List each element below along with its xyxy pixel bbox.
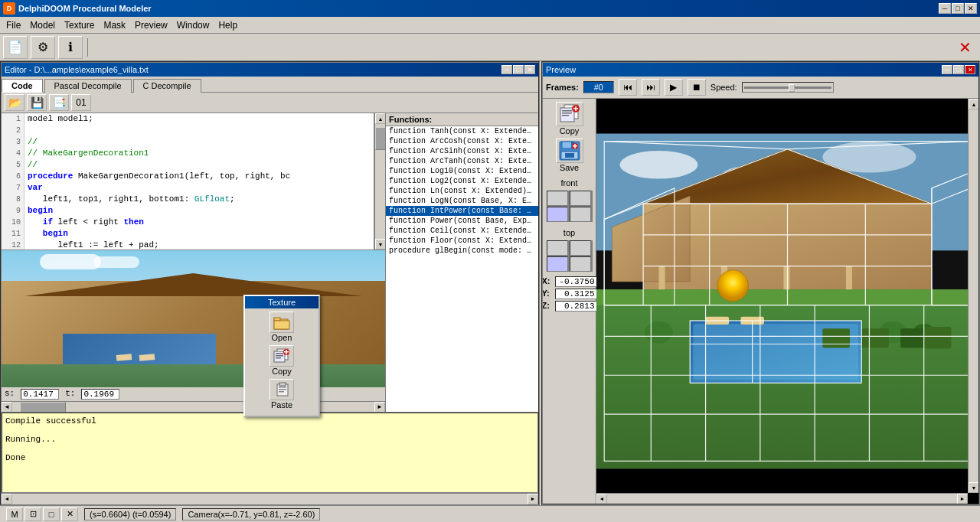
texture-paste-action[interactable]: Paste	[248, 379, 315, 409]
editor-open-button[interactable]: 📂	[5, 94, 24, 111]
vscroll-thumb[interactable]	[375, 127, 385, 150]
func-item-floor[interactable]: function Floor(const X: Extended): Integ…	[386, 236, 538, 246]
menu-file[interactable]: File	[2, 18, 25, 32]
frame-display: #0	[583, 81, 614, 93]
output-hscroll[interactable]: ◄ ►	[2, 493, 538, 504]
preview-close[interactable]: ✕	[965, 65, 975, 74]
preview-minimize[interactable]: ─	[942, 65, 952, 74]
vscroll-up[interactable]: ▲	[375, 113, 385, 124]
close-button[interactable]: ✕	[965, 3, 977, 14]
viewport-hscroll-right[interactable]: ►	[957, 494, 968, 504]
func-item-glbegin[interactable]: procedure glBegin(const mode: GLenum);	[386, 246, 538, 256]
close-all-button[interactable]: ✕	[952, 36, 977, 59]
settings-button[interactable]: ⚙	[31, 36, 55, 59]
menu-model[interactable]: Model	[25, 18, 60, 32]
viewport-vscroll[interactable]: ▲ ▼	[968, 99, 978, 493]
playback-play-button[interactable]: ▶	[665, 79, 683, 96]
tab-pascal[interactable]: Pascal Decompile	[44, 79, 132, 93]
status-icon-3[interactable]: □	[43, 507, 60, 521]
hscroll-right[interactable]: ►	[374, 402, 385, 413]
status-icon-1[interactable]: M	[6, 507, 23, 521]
viewport-vscroll-down[interactable]: ▼	[969, 482, 978, 493]
code-hscroll[interactable]: ◄ ►	[2, 401, 385, 412]
menu-window[interactable]: Window	[172, 18, 214, 32]
editor-minimize[interactable]: ─	[501, 65, 512, 74]
code-line: 1model model1;	[2, 113, 374, 125]
top-view-label: top	[564, 228, 575, 237]
viewport-hscroll-left[interactable]: ◄	[596, 494, 607, 504]
preview-save-action[interactable]: Save	[556, 139, 583, 172]
editor-save-button[interactable]: 💾	[27, 94, 47, 111]
speed-slider[interactable]	[742, 82, 834, 93]
func-item-intpower[interactable]: function IntPower(const Base: Extended):…	[386, 206, 538, 216]
code-and-scroll: 1model model1; 2 3// 4// MakeGargenDecor…	[2, 113, 385, 250]
front-cell-tl	[547, 191, 568, 206]
viewport-vscroll-track	[969, 109, 978, 482]
svg-rect-13	[279, 387, 286, 388]
code-line: 4// MakeGargenDecoration1	[2, 148, 374, 159]
func-item-log10[interactable]: function Log10(const X: Extended): Exten…	[386, 166, 538, 176]
preview-maximize[interactable]: □	[953, 65, 964, 74]
code-editor[interactable]: 1model model1; 2 3// 4// MakeGargenDecor…	[2, 113, 374, 250]
preview-copy-action[interactable]: Copy	[556, 102, 583, 135]
func-item-power[interactable]: function Power(const Base, Exponent: Ex	[386, 216, 538, 226]
menu-preview[interactable]: Preview	[130, 18, 172, 32]
tab-code[interactable]: Code	[2, 79, 43, 93]
viewport-hscroll[interactable]: ◄ ►	[596, 493, 968, 504]
texture-open-action[interactable]: Open	[248, 312, 315, 342]
func-item-ceil[interactable]: function Ceil(const X: Extended):Integer…	[386, 226, 538, 236]
editor-close[interactable]: ✕	[524, 65, 535, 74]
editor-numbers-button[interactable]: 01	[71, 94, 91, 111]
speed-track	[744, 86, 831, 89]
functions-panel: Functions: function Tanh(const X: Extend…	[385, 113, 538, 412]
texture-copy-icon	[270, 345, 294, 367]
vscroll-down[interactable]: ▼	[375, 239, 385, 250]
func-item-arcsinh[interactable]: function ArcSinh(const X: Extended): Ext…	[386, 146, 538, 156]
menu-bar: File Model Texture Mask Preview Window H…	[0, 17, 980, 34]
preview-title: Preview	[546, 65, 576, 74]
svg-rect-12	[279, 383, 286, 386]
menu-help[interactable]: Help	[214, 18, 242, 32]
playback-prev-button[interactable]: ⏮	[619, 79, 637, 96]
func-item-ln[interactable]: function Ln(const X: Extended): Extended	[386, 186, 538, 196]
code-vscroll[interactable]: ▲ ▼	[374, 113, 385, 250]
menu-texture[interactable]: Texture	[60, 18, 99, 32]
editor-maximize[interactable]: □	[513, 65, 524, 74]
y-label: Y:	[543, 289, 554, 299]
info-button[interactable]: ℹ	[58, 36, 83, 59]
status-coords: (s=0.6604) (t=0.0594)	[84, 508, 176, 520]
top-cell-bl	[547, 256, 568, 272]
new-file-button[interactable]: 📄	[3, 36, 28, 59]
out-hscroll-track	[12, 494, 528, 504]
out-hscroll-right[interactable]: ►	[528, 494, 538, 504]
func-item-tanh[interactable]: function Tanh(const X: Extended): Extenc	[386, 126, 538, 136]
svg-rect-28	[565, 153, 574, 158]
svg-rect-1	[274, 318, 280, 321]
front-view-grid	[547, 191, 593, 222]
functions-list[interactable]: function Tanh(const X: Extended): Extenc…	[386, 126, 538, 412]
speed-thumb[interactable]	[789, 84, 795, 92]
tab-c[interactable]: C Decompile	[133, 79, 201, 93]
viewport-vscroll-up[interactable]: ▲	[969, 99, 978, 109]
coord-x-row: X: -0.3750	[543, 276, 597, 287]
status-icon-4[interactable]: ✕	[61, 507, 78, 521]
svg-rect-5	[276, 353, 283, 354]
playback-next-button[interactable]: ⏭	[642, 79, 660, 96]
out-hscroll-left[interactable]: ◄	[2, 494, 12, 504]
texture-copy-action[interactable]: Copy	[248, 345, 315, 376]
playback-stop-button[interactable]: ⏹	[688, 79, 706, 96]
menu-mask[interactable]: Mask	[99, 18, 130, 32]
func-item-arctanh[interactable]: function ArcTanh(const X: Extended): Ext…	[386, 156, 538, 166]
hscroll-left[interactable]: ◄	[2, 402, 12, 413]
status-icon-2[interactable]: ⊡	[24, 507, 41, 521]
func-item-arccosh[interactable]: function ArcCosh(const X: Extended): Ext…	[386, 136, 538, 146]
maximize-button[interactable]: □	[952, 3, 964, 14]
func-item-logn[interactable]: function LogN(const Base, X: Extended): …	[386, 196, 538, 206]
func-item-log2[interactable]: function Log2(const X: Extended): Extens	[386, 176, 538, 186]
editor-saveas-button[interactable]: 📑	[49, 94, 69, 111]
minimize-button[interactable]: ─	[939, 3, 951, 14]
z-value: 0.2813	[555, 301, 597, 312]
title-bar-left: D DelphiDOOM Procedural Modeler	[3, 2, 152, 15]
hscroll-thumb[interactable]	[20, 402, 66, 413]
code-line: 5//	[2, 159, 374, 171]
